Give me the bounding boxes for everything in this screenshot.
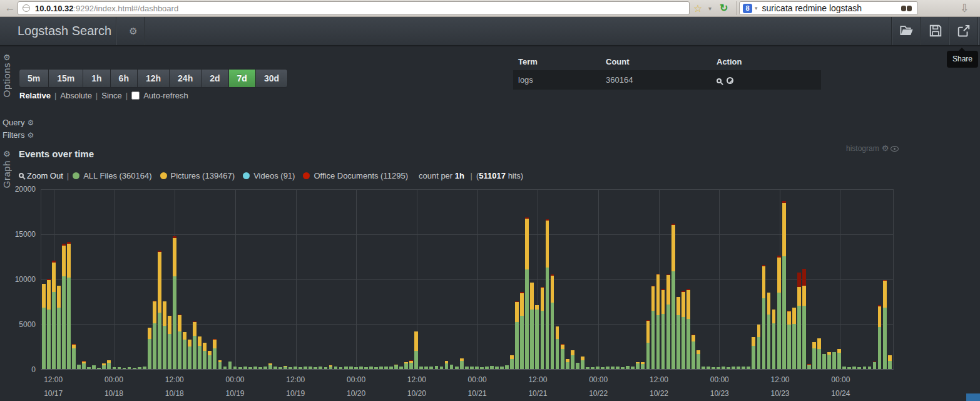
histogram-bar [278,189,282,369]
panel-eye-icon[interactable] [891,146,899,152]
download-arrow-icon[interactable]: ⇩ [960,0,969,17]
histogram-bar [465,189,469,369]
bar-slot [359,189,364,369]
bar-slot [86,189,91,369]
bar-slot [314,189,319,369]
plot-area[interactable] [41,189,894,370]
bar-slot [197,189,202,369]
save-dashboard-icon[interactable] [929,24,944,39]
search-term-icon[interactable] [717,78,722,83]
bar-slot [716,189,721,369]
bar-slot [228,189,233,369]
histogram-bar [822,189,826,369]
query-section: Query⚙ [3,118,34,127]
legend-item-1[interactable]: Pictures (139467) [160,171,235,180]
zoom-out-link[interactable]: Zoom Out [27,171,63,180]
bar-slot [585,189,590,369]
bar-slot [509,189,514,369]
bar-slot [580,189,585,369]
histogram-bar [394,189,398,369]
bar-slot [817,189,822,369]
browser-back-button[interactable]: ← [4,1,16,16]
bookmark-caret-icon[interactable]: ▾ [708,1,712,16]
time-range-button-24h[interactable]: 24h [169,69,202,88]
search-engine-icon[interactable]: 8 [743,4,752,13]
legend-item-2[interactable]: Videos (91) [243,171,295,180]
panel-gear-icon[interactable]: ⚙ [882,143,889,153]
bar-slot [424,189,429,369]
query-gear-icon[interactable]: ⚙ [27,118,34,127]
histogram-bar [847,189,851,369]
bar-slot [736,189,741,369]
filters-gear-icon[interactable]: ⚙ [27,131,34,140]
time-range-button-15m[interactable]: 15m [48,69,83,88]
browser-url-bar[interactable]: 10.0.10.32:9292/index.html#/dashboard [18,1,690,15]
time-range-button-6h[interactable]: 6h [110,69,138,88]
time-range-button-30d[interactable]: 30d [255,69,288,88]
legend-label: Office Documents (11295) [314,171,408,180]
search-query-text[interactable]: suricata redmine logstash [762,3,901,13]
legend-item-3[interactable]: Office Documents (11295) [303,171,408,180]
bar-slot [56,189,61,369]
bar-slot [404,189,409,369]
time-range-button-1h[interactable]: 1h [83,69,110,88]
x-tick-time: 00:00 [589,375,608,384]
bar-slot [857,189,862,369]
histogram-bar [384,189,388,369]
bar-slot [152,189,157,369]
x-tick-time: 12:00 [286,375,305,384]
graph-row-label[interactable]: Graph [1,160,12,188]
auto-refresh-checkbox[interactable] [131,91,140,100]
time-range-button-2d[interactable]: 2d [201,69,228,88]
zoom-out-icon[interactable] [19,173,24,178]
bar-slot [565,189,570,369]
histogram-bar [47,189,51,369]
bar-slot [374,189,379,369]
histogram-bar [102,189,106,369]
histogram-bar [857,189,861,369]
reload-icon[interactable]: ↻ [720,1,728,16]
time-range-button-7d[interactable]: 7d [228,69,256,88]
time-range-buttons: 5m15m1h6h12h24h2d7d30d [19,69,288,88]
time-range-button-5m[interactable]: 5m [19,69,49,88]
bar-slot [354,189,359,369]
bar-slot [752,189,757,369]
time-range-button-12h[interactable]: 12h [137,69,170,88]
bar-slot [636,189,641,369]
load-dashboard-folder-icon[interactable] [900,24,915,39]
browser-search-box[interactable]: 8 ▾ suricata redmine logstash [739,1,918,15]
bar-slot [797,189,802,369]
share-dashboard-icon[interactable] [957,24,972,39]
bar-slot [76,189,81,369]
bar-slot [757,189,762,369]
bar-slot [132,189,137,369]
bar-slot [81,189,86,369]
histogram-bar [329,189,333,369]
search-engine-caret-icon[interactable]: ▾ [755,5,758,11]
histogram-bar [707,189,710,369]
bar-slot [625,189,630,369]
bar-slot [711,189,716,369]
bar-slot [419,189,424,369]
bar-slot [575,189,580,369]
time-mode-relative[interactable]: Relative [19,91,51,100]
legend-dot [243,172,250,179]
binoculars-icon[interactable] [901,5,912,12]
dashboard-settings-gear-icon[interactable]: ⚙ [123,17,143,45]
options-row-label[interactable]: Options [1,63,12,97]
legend-item-0[interactable]: ALL Files (360164) [73,171,151,180]
bar-slot [610,189,615,369]
time-mode-absolute[interactable]: Absolute [60,91,92,100]
time-mode-since[interactable]: Since [101,91,122,100]
x-tick-time: 00:00 [468,375,487,384]
histogram-bar [752,189,755,369]
histogram-bar [299,189,302,369]
histogram-bar [148,189,151,369]
bookmark-star-icon[interactable]: ☆ [693,1,702,16]
options-row-gear-icon[interactable]: ⚙ [3,53,11,62]
histogram-bar [792,189,796,369]
histogram-bar [143,189,146,369]
histogram-bar [646,189,650,369]
exclude-term-icon[interactable] [727,77,733,84]
graph-row-gear-icon[interactable]: ⚙ [3,149,11,159]
